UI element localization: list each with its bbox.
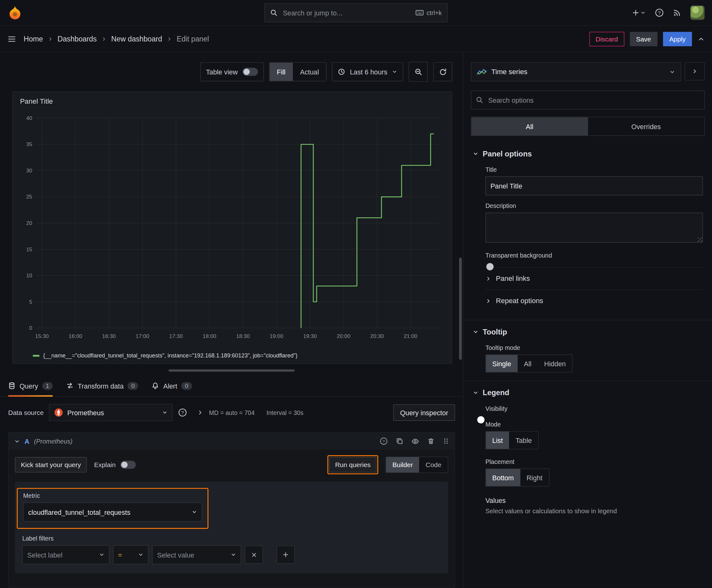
kick-start-query-button[interactable]: Kick start your query xyxy=(15,457,87,472)
visualization-picker[interactable]: Time series xyxy=(471,62,681,81)
select-value-dropdown[interactable]: Select value xyxy=(152,545,241,564)
legend-placement-bottom[interactable]: Bottom xyxy=(486,469,520,486)
tooltip-header[interactable]: Tooltip xyxy=(473,328,703,336)
chevron-down-icon xyxy=(473,329,479,335)
pane-resize-handle[interactable] xyxy=(169,370,295,372)
chevron-right-icon xyxy=(102,36,107,41)
tab-query[interactable]: Query 1 xyxy=(8,375,53,396)
explain-toggle[interactable] xyxy=(120,461,136,469)
tab-query-label: Query xyxy=(19,382,38,390)
grafana-logo[interactable] xyxy=(7,5,23,20)
editor-scrollbar-thumb[interactable] xyxy=(459,257,462,360)
global-search[interactable]: ctrl+k xyxy=(264,3,448,22)
breadcrumb-new-dashboard[interactable]: New dashboard xyxy=(111,35,162,43)
legend-series-label[interactable]: {__name__="cloudflared_tunnel_total_requ… xyxy=(43,352,297,359)
save-button[interactable]: Save xyxy=(630,32,657,46)
repeat-options-collapse[interactable]: Repeat options xyxy=(486,289,703,312)
discard-button[interactable]: Discard xyxy=(589,32,624,46)
options-sidebar: Time series All Overrides Panel opt xyxy=(463,52,712,588)
query-row-header[interactable]: A (Prometheus) ? xyxy=(8,433,454,450)
select-label-dropdown[interactable]: Select label xyxy=(22,545,110,564)
svg-text:10: 10 xyxy=(26,272,32,279)
top-nav: ctrl+k ? xyxy=(0,0,712,26)
prometheus-icon xyxy=(54,408,63,417)
new-menu-button[interactable] xyxy=(632,9,645,16)
duplicate-query-button[interactable] xyxy=(396,438,403,445)
panel-title-input[interactable] xyxy=(486,176,703,195)
news-rss-button[interactable] xyxy=(673,8,681,17)
metric-select[interactable]: cloudflared_tunnel_total_requests xyxy=(23,503,202,522)
legend-series-swatch[interactable] xyxy=(33,355,40,357)
toggle-query-visibility-button[interactable] xyxy=(411,437,419,445)
operator-dropdown[interactable]: = xyxy=(113,545,149,564)
apply-button[interactable]: Apply xyxy=(663,32,692,46)
tab-transform-label: Transform data xyxy=(78,382,123,390)
panel-description-textarea[interactable] xyxy=(486,213,703,243)
query-ref-id: A xyxy=(24,437,29,445)
actual-option[interactable]: Actual xyxy=(293,63,326,81)
chart-legend: {__name__="cloudflared_tunnel_total_requ… xyxy=(13,352,452,364)
zoom-out-button[interactable] xyxy=(409,62,428,82)
query-options-summary[interactable]: MD = auto = 704 Interval = 30s xyxy=(209,409,304,416)
alert-count-badge: 0 xyxy=(181,382,192,390)
drag-query-handle[interactable] xyxy=(443,438,449,445)
panel-actions: Discard Save Apply xyxy=(589,32,705,46)
table-view-control[interactable]: Table view xyxy=(200,62,264,81)
sidebar-collapse-button[interactable] xyxy=(685,62,705,80)
svg-text:18:00: 18:00 xyxy=(202,333,216,339)
hamburger-menu-button[interactable] xyxy=(7,34,16,43)
tab-all-options[interactable]: All xyxy=(471,117,588,135)
tooltip-mode-single[interactable]: Single xyxy=(486,355,518,372)
fill-option[interactable]: Fill xyxy=(270,63,293,81)
add-filter-button[interactable] xyxy=(277,546,295,564)
breadcrumb-dashboards[interactable]: Dashboards xyxy=(58,35,97,43)
table-view-label: Table view xyxy=(206,68,238,76)
panel-options-header[interactable]: Panel options xyxy=(473,149,703,158)
legend-header[interactable]: Legend xyxy=(473,388,703,397)
global-search-input[interactable] xyxy=(282,8,411,17)
user-avatar[interactable] xyxy=(690,5,705,20)
query-help-button[interactable]: ? xyxy=(380,437,388,445)
legend-mode-list[interactable]: List xyxy=(486,432,509,449)
code-option[interactable]: Code xyxy=(419,457,448,472)
run-queries-button[interactable]: Run queries xyxy=(329,457,377,472)
collapse-options-button[interactable] xyxy=(697,35,705,42)
legend-placement-right[interactable]: Right xyxy=(520,469,549,486)
explain-label: Explain xyxy=(94,461,116,468)
tooltip-section: Tooltip Tooltip mode Single All Hidden xyxy=(464,320,712,381)
title-field-label: Title xyxy=(486,166,703,173)
datasource-picker[interactable]: Prometheus xyxy=(49,404,172,421)
help-button[interactable]: ? xyxy=(655,8,664,17)
chevron-down-icon[interactable] xyxy=(14,438,20,444)
legend-mode-table[interactable]: Table xyxy=(509,432,538,449)
svg-text:19:00: 19:00 xyxy=(270,333,283,339)
chevron-down-icon xyxy=(231,552,236,557)
tab-overrides[interactable]: Overrides xyxy=(588,117,704,135)
table-view-toggle[interactable] xyxy=(242,68,258,76)
chevron-down-icon xyxy=(640,10,645,15)
query-inspector-button[interactable]: Query inspector xyxy=(393,404,455,421)
options-search[interactable] xyxy=(471,90,705,110)
breadcrumb-home[interactable]: Home xyxy=(24,35,43,43)
time-range-picker[interactable]: Last 6 hours xyxy=(332,62,403,81)
time-series-chart[interactable]: 051015202530354015:3016:0016:3017:0017:3… xyxy=(15,111,445,344)
datasource-value: Prometheus xyxy=(67,408,158,417)
tab-transform[interactable]: Transform data 0 xyxy=(66,375,138,396)
refresh-button[interactable] xyxy=(433,62,452,81)
query-options-expand-button[interactable] xyxy=(197,409,203,416)
tab-alert[interactable]: Alert 0 xyxy=(152,375,192,396)
search-icon xyxy=(476,97,483,104)
tooltip-mode-all[interactable]: All xyxy=(518,355,538,372)
panel-links-collapse[interactable]: Panel links xyxy=(486,267,703,290)
svg-text:15: 15 xyxy=(26,246,32,253)
svg-text:20:30: 20:30 xyxy=(370,333,384,339)
options-search-input[interactable] xyxy=(487,96,700,104)
remove-filter-button[interactable] xyxy=(245,546,263,564)
builder-option[interactable]: Builder xyxy=(386,457,419,472)
chevron-down-icon xyxy=(99,552,104,557)
chart-area[interactable]: 051015202530354015:3016:0016:3017:0017:3… xyxy=(13,111,452,352)
delete-query-button[interactable] xyxy=(427,438,434,445)
datasource-help-button[interactable]: ? xyxy=(178,408,187,417)
panel-preview-toolbar: Table view Fill Actual Last 6 hours xyxy=(0,52,463,91)
tooltip-mode-hidden[interactable]: Hidden xyxy=(538,355,572,372)
